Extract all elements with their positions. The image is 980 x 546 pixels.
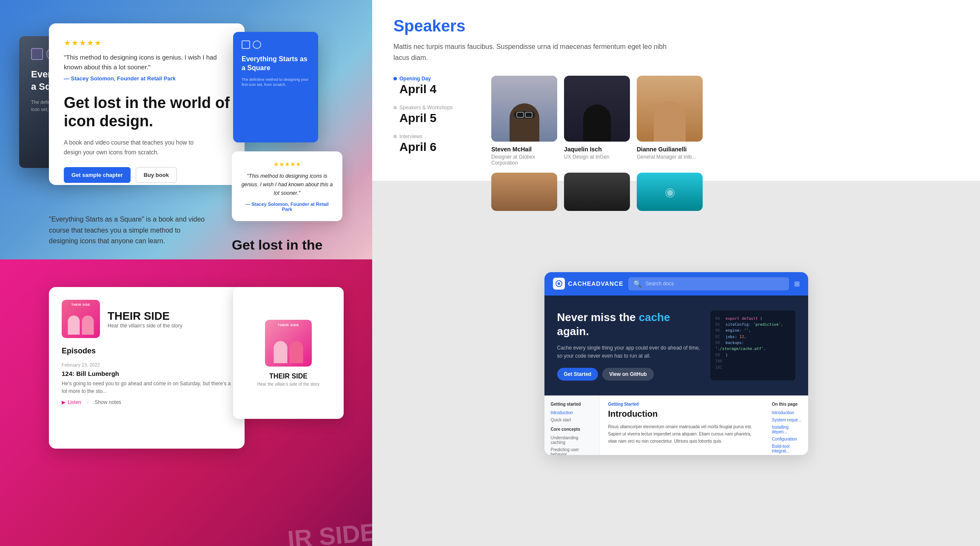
show-notes-link[interactable]: Show notes xyxy=(94,399,121,405)
toc-item-2[interactable]: System requir... xyxy=(772,416,802,424)
speaker-card-2: Jaquelin Isch UX Design at InGen xyxy=(564,76,630,166)
play-icon: ▶ xyxy=(62,399,66,405)
get-started-button[interactable]: Get Started xyxy=(557,368,598,381)
desc-bottom-text: "Everything Starts as a Square" is a boo… xyxy=(49,214,211,247)
code-line-6: 99 } xyxy=(715,352,790,358)
toc-item-3[interactable]: Installing depen... xyxy=(772,424,802,435)
cache-code-block: 94 export default { 95 siteConfig: 'pred… xyxy=(710,310,795,381)
buy-book-button[interactable]: Buy book xyxy=(136,167,177,183)
author-role: Founder at Retail Park xyxy=(117,75,176,82)
podcast-logo: THEIR SIDE xyxy=(62,300,100,338)
cache-docs: Getting started Introduction Quick start… xyxy=(544,395,808,455)
search-icon: 🔍 xyxy=(633,280,642,288)
code-line-2: 95 siteConfig: 'predictive', xyxy=(715,321,790,327)
speaker-card-1: Steven McHail Designer at Globex Corpora… xyxy=(491,76,557,166)
speakers-section: Speakers Mattis nec turpis mauris faucib… xyxy=(372,0,980,181)
book-headline: Get lost in the world of icon design. xyxy=(64,94,230,130)
docs-sidebar: Getting started Introduction Quick start… xyxy=(544,395,600,455)
sidebar-item-predicting[interactable]: Predicting user behavior xyxy=(551,446,593,455)
book-subtitle-blue: The definitive method to designing your … xyxy=(242,77,310,88)
speakers-row-1: Steven McHail Designer at Globex Corpora… xyxy=(491,76,703,166)
opening-day-text: Opening Day xyxy=(399,76,431,82)
podcast-section: THEIR SIDE THEIR SIDE Hear the villain's… xyxy=(0,259,372,546)
cache-logo-icon xyxy=(553,278,565,290)
episode-title: 124: Bill Lumbergh xyxy=(62,370,232,377)
docs-toc: On this page Introduction System requir.… xyxy=(766,395,808,455)
book-title-blue: Everything Starts as a Square xyxy=(242,55,310,73)
cache-logo-text: CACHEADVANCE xyxy=(568,280,624,287)
episode-desc: He's going to need you to go ahead and c… xyxy=(62,380,232,395)
get-lost-text: Get lost in the xyxy=(232,237,322,253)
circle-icon-sm xyxy=(253,40,261,49)
speakers-title: Speakers xyxy=(393,17,959,35)
toc-item-5[interactable]: Build-tool integrat... xyxy=(772,443,802,455)
code-line-3: 96 engine: '', xyxy=(715,327,790,333)
cache-hero-desc: Cache every single thing your app could … xyxy=(557,344,702,360)
book-icons-small xyxy=(242,40,310,49)
speakers-description: Mattis nec turpis mauris faucibus. Suspe… xyxy=(393,41,670,63)
speakers-grid-container: Steven McHail Designer at Globex Corpora… xyxy=(491,76,703,211)
book-description: A book and video course that teaches you… xyxy=(64,138,204,157)
view-github-button[interactable]: View on GitHub xyxy=(602,368,653,381)
docs-title: Introduction xyxy=(608,409,757,419)
speaker-thumb-4 xyxy=(491,173,557,211)
cache-window: CACHEADVANCE 🔍 Search docs ⊞ Never miss … xyxy=(544,272,808,455)
cache-hero-title: Never miss the cache again. xyxy=(557,310,702,339)
sm-author-name: — Stacey Solomon, xyxy=(245,202,289,207)
speaker-name-3: Dianne Guilianelli xyxy=(637,146,703,153)
docs-content: Getting Started Introduction Risus ullam… xyxy=(600,395,766,455)
cache-section: CACHEADVANCE 🔍 Search docs ⊞ Never miss … xyxy=(372,181,980,546)
book-buttons: Get sample chapter Buy book xyxy=(64,167,230,183)
code-line-5: 98 backups: './storage/cache.atf', xyxy=(715,340,790,352)
core-concepts-section: Core concepts Understanding caching Pred… xyxy=(551,427,593,455)
toc-item-1[interactable]: Introduction xyxy=(772,409,802,416)
square-icon xyxy=(31,48,43,60)
code-line-7: 100 xyxy=(715,358,790,364)
testimonial-author: — Stacey Solomon, Founder at Retail Park xyxy=(64,75,230,82)
podcast-brand-info: THEIR SIDE Hear the villain's side of th… xyxy=(108,310,182,329)
sm-author-role: Founder at Retail Park xyxy=(282,202,329,212)
speaker-photo-3 xyxy=(637,76,703,142)
speaker-company-3: General Manager at Inib... xyxy=(637,154,703,160)
episodes-section: Episodes February 23, 2022 124: Bill Lum… xyxy=(62,347,232,405)
speaker-thumb-5 xyxy=(564,173,630,211)
cache-highlight: cache xyxy=(639,311,670,324)
interviews-text: Interviews xyxy=(399,134,422,139)
cache-header: CACHEADVANCE 🔍 Search docs ⊞ xyxy=(544,272,808,296)
code-line-4: 97 jobs: 12, xyxy=(715,334,790,340)
getting-started-breadcrumb: Getting Started xyxy=(608,402,757,407)
episode-actions: ▶ Listen / Show notes xyxy=(62,399,232,405)
book-section: Everything Starts as a Square The defini… xyxy=(0,0,372,259)
sidebar-item-introduction[interactable]: Introduction xyxy=(551,409,593,416)
workshops-text: Speakers & Workshops xyxy=(399,105,453,111)
cache-search[interactable]: 🔍 Search docs xyxy=(628,277,789,290)
sidebar-item-quick-start[interactable]: Quick start xyxy=(551,416,593,424)
date-item-interviews: Interviews April 6 xyxy=(393,134,479,154)
interviews-label: Interviews xyxy=(393,134,479,139)
their-side-watermark: THEIR SIDE xyxy=(287,520,372,546)
cache-hero: Never miss the cache again. Cache every … xyxy=(544,296,808,396)
date-item-opening: Opening Day April 4 xyxy=(393,76,479,96)
sample-chapter-button[interactable]: Get sample chapter xyxy=(64,167,131,183)
svg-point-1 xyxy=(558,282,560,285)
speaker-name-1: Steven McHail xyxy=(491,146,557,153)
podcast-tagline: Hear the villain's side of the story xyxy=(108,323,182,329)
speaker-thumb-6: ◉ xyxy=(637,173,703,211)
listen-link[interactable]: ▶ Listen xyxy=(62,399,81,405)
testimonial-overlay: ★★★★★ "This method to designing icons is… xyxy=(232,151,342,221)
speaker-photo-1 xyxy=(491,76,557,142)
square-icon-sm xyxy=(242,40,250,49)
workshops-label: Speakers & Workshops xyxy=(393,105,479,111)
sidebar-item-caching[interactable]: Understanding caching xyxy=(551,434,593,446)
toc-title: On this page xyxy=(772,402,802,407)
toc-item-4[interactable]: Configuration xyxy=(772,435,802,443)
podcast-card-main: THEIR SIDE THEIR SIDE Hear the villain's… xyxy=(49,287,245,449)
author-name: — Stacey Solomon, xyxy=(64,75,115,82)
episodes-label: Episodes xyxy=(62,347,232,355)
date-item-workshops: Speakers & Workshops April 5 xyxy=(393,105,479,125)
podcast-small-tagline: Hear the villain's side of the story xyxy=(257,382,319,387)
show-notes-label: Show notes xyxy=(94,399,121,405)
cache-hero-text: Never miss the cache again. Cache every … xyxy=(557,310,702,381)
speakers-layout: Opening Day April 4 Speakers & Workshops… xyxy=(393,76,959,211)
listen-label: Listen xyxy=(68,399,81,405)
